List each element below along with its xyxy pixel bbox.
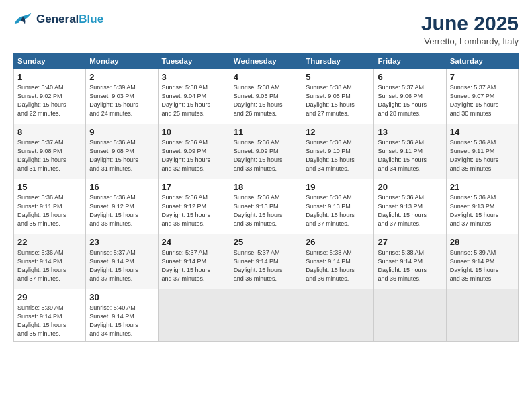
day-number: 14 bbox=[450, 127, 515, 137]
weekday-header: Friday bbox=[374, 54, 446, 69]
logo: GeneralBlue bbox=[13, 12, 103, 27]
calendar-cell: 30Sunrise: 5:40 AM Sunset: 9:14 PM Dayli… bbox=[86, 289, 158, 342]
day-info: Sunrise: 5:37 AM Sunset: 9:07 PM Dayligh… bbox=[450, 83, 515, 118]
calendar-cell: 20Sunrise: 5:36 AM Sunset: 9:13 PM Dayli… bbox=[374, 179, 446, 234]
day-info: Sunrise: 5:37 AM Sunset: 9:14 PM Dayligh… bbox=[234, 248, 298, 283]
day-info: Sunrise: 5:40 AM Sunset: 9:14 PM Dayligh… bbox=[89, 304, 154, 338]
calendar-cell: 21Sunrise: 5:36 AM Sunset: 9:13 PM Dayli… bbox=[446, 179, 518, 234]
day-number: 27 bbox=[378, 237, 442, 247]
logo-text: GeneralBlue bbox=[36, 13, 103, 26]
calendar-cell: 14Sunrise: 5:36 AM Sunset: 9:11 PM Dayli… bbox=[446, 124, 518, 179]
calendar-title: June 2025 bbox=[421, 12, 519, 35]
calendar-cell: 28Sunrise: 5:39 AM Sunset: 9:14 PM Dayli… bbox=[446, 234, 518, 289]
day-info: Sunrise: 5:36 AM Sunset: 9:14 PM Dayligh… bbox=[17, 248, 82, 283]
calendar-cell bbox=[302, 289, 374, 342]
day-number: 20 bbox=[378, 182, 442, 192]
day-number: 1 bbox=[17, 72, 82, 82]
day-number: 24 bbox=[162, 237, 226, 247]
day-info: Sunrise: 5:38 AM Sunset: 9:05 PM Dayligh… bbox=[306, 83, 370, 118]
day-number: 6 bbox=[378, 72, 442, 82]
day-info: Sunrise: 5:36 AM Sunset: 9:12 PM Dayligh… bbox=[89, 193, 154, 228]
calendar-week-row: 29Sunrise: 5:39 AM Sunset: 9:14 PM Dayli… bbox=[14, 289, 519, 342]
day-info: Sunrise: 5:39 AM Sunset: 9:14 PM Dayligh… bbox=[17, 304, 82, 338]
day-number: 22 bbox=[17, 237, 82, 247]
calendar-week-row: 15Sunrise: 5:36 AM Sunset: 9:11 PM Dayli… bbox=[14, 179, 519, 234]
calendar-cell: 2Sunrise: 5:39 AM Sunset: 9:03 PM Daylig… bbox=[86, 69, 158, 124]
day-number: 28 bbox=[450, 237, 515, 247]
calendar-cell: 5Sunrise: 5:38 AM Sunset: 9:05 PM Daylig… bbox=[302, 69, 374, 124]
calendar-cell: 1Sunrise: 5:40 AM Sunset: 9:02 PM Daylig… bbox=[14, 69, 86, 124]
calendar-cell: 9Sunrise: 5:36 AM Sunset: 9:08 PM Daylig… bbox=[86, 124, 158, 179]
logo-icon bbox=[13, 12, 32, 27]
calendar-cell: 11Sunrise: 5:36 AM Sunset: 9:09 PM Dayli… bbox=[230, 124, 302, 179]
day-number: 2 bbox=[89, 72, 154, 82]
day-number: 15 bbox=[17, 182, 82, 192]
day-info: Sunrise: 5:36 AM Sunset: 9:08 PM Dayligh… bbox=[89, 138, 154, 173]
day-number: 25 bbox=[234, 237, 298, 247]
weekday-header-row: SundayMondayTuesdayWednesdayThursdayFrid… bbox=[14, 54, 519, 69]
calendar-week-row: 22Sunrise: 5:36 AM Sunset: 9:14 PM Dayli… bbox=[14, 234, 519, 289]
day-info: Sunrise: 5:38 AM Sunset: 9:04 PM Dayligh… bbox=[162, 83, 226, 118]
day-info: Sunrise: 5:36 AM Sunset: 9:11 PM Dayligh… bbox=[17, 193, 82, 228]
day-number: 23 bbox=[89, 237, 154, 247]
calendar-cell: 18Sunrise: 5:36 AM Sunset: 9:13 PM Dayli… bbox=[230, 179, 302, 234]
calendar-cell: 25Sunrise: 5:37 AM Sunset: 9:14 PM Dayli… bbox=[230, 234, 302, 289]
calendar-cell: 22Sunrise: 5:36 AM Sunset: 9:14 PM Dayli… bbox=[14, 234, 86, 289]
calendar-cell: 15Sunrise: 5:36 AM Sunset: 9:11 PM Dayli… bbox=[14, 179, 86, 234]
day-number: 11 bbox=[234, 127, 298, 137]
calendar-week-row: 8Sunrise: 5:37 AM Sunset: 9:08 PM Daylig… bbox=[14, 124, 519, 179]
header: GeneralBlue June 2025 Verretto, Lombardy… bbox=[13, 12, 519, 46]
calendar-cell: 26Sunrise: 5:38 AM Sunset: 9:14 PM Dayli… bbox=[302, 234, 374, 289]
calendar-cell: 23Sunrise: 5:37 AM Sunset: 9:14 PM Dayli… bbox=[86, 234, 158, 289]
day-number: 10 bbox=[162, 127, 226, 137]
calendar-cell: 8Sunrise: 5:37 AM Sunset: 9:08 PM Daylig… bbox=[14, 124, 86, 179]
calendar-cell: 7Sunrise: 5:37 AM Sunset: 9:07 PM Daylig… bbox=[446, 69, 518, 124]
calendar-cell bbox=[446, 289, 518, 342]
calendar-week-row: 1Sunrise: 5:40 AM Sunset: 9:02 PM Daylig… bbox=[14, 69, 519, 124]
day-number: 12 bbox=[306, 127, 370, 137]
calendar-subtitle: Verretto, Lombardy, Italy bbox=[421, 36, 519, 46]
day-info: Sunrise: 5:36 AM Sunset: 9:12 PM Dayligh… bbox=[162, 193, 226, 228]
day-info: Sunrise: 5:36 AM Sunset: 9:11 PM Dayligh… bbox=[378, 138, 442, 173]
weekday-header: Tuesday bbox=[158, 54, 230, 69]
calendar-cell: 13Sunrise: 5:36 AM Sunset: 9:11 PM Dayli… bbox=[374, 124, 446, 179]
calendar-cell: 24Sunrise: 5:37 AM Sunset: 9:14 PM Dayli… bbox=[158, 234, 230, 289]
day-info: Sunrise: 5:37 AM Sunset: 9:08 PM Dayligh… bbox=[17, 138, 82, 173]
calendar-cell: 19Sunrise: 5:36 AM Sunset: 9:13 PM Dayli… bbox=[302, 179, 374, 234]
day-info: Sunrise: 5:36 AM Sunset: 9:13 PM Dayligh… bbox=[234, 193, 298, 228]
weekday-header: Sunday bbox=[14, 54, 86, 69]
calendar-body: 1Sunrise: 5:40 AM Sunset: 9:02 PM Daylig… bbox=[14, 69, 519, 342]
calendar-cell: 10Sunrise: 5:36 AM Sunset: 9:09 PM Dayli… bbox=[158, 124, 230, 179]
calendar-cell: 16Sunrise: 5:36 AM Sunset: 9:12 PM Dayli… bbox=[86, 179, 158, 234]
calendar-cell bbox=[374, 289, 446, 342]
day-info: Sunrise: 5:37 AM Sunset: 9:14 PM Dayligh… bbox=[162, 248, 226, 283]
weekday-header: Monday bbox=[86, 54, 158, 69]
weekday-header: Wednesday bbox=[230, 54, 302, 69]
day-info: Sunrise: 5:38 AM Sunset: 9:05 PM Dayligh… bbox=[234, 83, 298, 118]
title-block: June 2025 Verretto, Lombardy, Italy bbox=[421, 12, 519, 46]
day-number: 26 bbox=[306, 237, 370, 247]
day-number: 19 bbox=[306, 182, 370, 192]
day-number: 4 bbox=[234, 72, 298, 82]
weekday-header: Thursday bbox=[302, 54, 374, 69]
day-info: Sunrise: 5:39 AM Sunset: 9:03 PM Dayligh… bbox=[89, 83, 154, 118]
day-info: Sunrise: 5:36 AM Sunset: 9:11 PM Dayligh… bbox=[450, 138, 515, 173]
weekday-header: Saturday bbox=[446, 54, 518, 69]
day-number: 8 bbox=[17, 127, 82, 137]
day-info: Sunrise: 5:37 AM Sunset: 9:14 PM Dayligh… bbox=[89, 248, 154, 283]
day-number: 17 bbox=[162, 182, 226, 192]
day-number: 13 bbox=[378, 127, 442, 137]
day-info: Sunrise: 5:36 AM Sunset: 9:13 PM Dayligh… bbox=[450, 193, 515, 228]
day-number: 5 bbox=[306, 72, 370, 82]
day-number: 18 bbox=[234, 182, 298, 192]
day-info: Sunrise: 5:38 AM Sunset: 9:14 PM Dayligh… bbox=[378, 248, 442, 283]
calendar-cell bbox=[230, 289, 302, 342]
page: GeneralBlue June 2025 Verretto, Lombardy… bbox=[0, 0, 532, 411]
day-number: 29 bbox=[17, 292, 82, 302]
calendar-table: SundayMondayTuesdayWednesdayThursdayFrid… bbox=[13, 53, 519, 342]
day-info: Sunrise: 5:39 AM Sunset: 9:14 PM Dayligh… bbox=[450, 248, 515, 283]
day-number: 3 bbox=[162, 72, 226, 82]
day-info: Sunrise: 5:38 AM Sunset: 9:14 PM Dayligh… bbox=[306, 248, 370, 283]
day-number: 21 bbox=[450, 182, 515, 192]
day-info: Sunrise: 5:36 AM Sunset: 9:10 PM Dayligh… bbox=[306, 138, 370, 173]
